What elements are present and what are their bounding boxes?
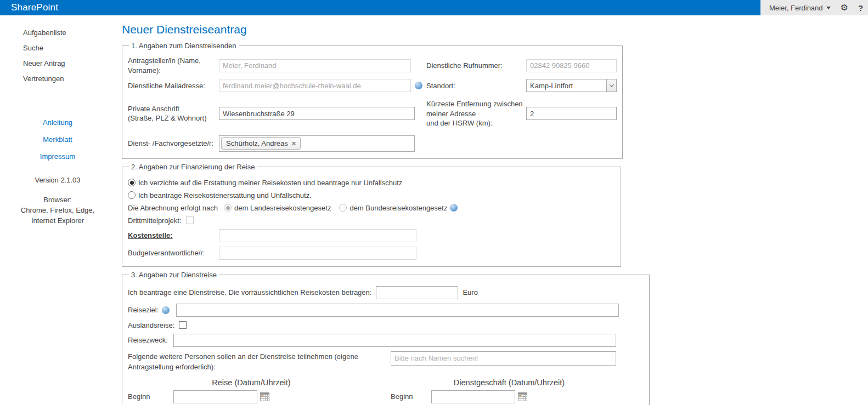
sidebar-links: Anleitung Merkblatt Impressum Version 2.… bbox=[0, 114, 115, 226]
costs-unit-label: Euro bbox=[463, 288, 477, 296]
abroad-label: Auslandsreise: bbox=[128, 321, 174, 329]
section2-legend: 2. Angaben zur Finanzierung der Reise bbox=[129, 163, 257, 171]
phone-label: Dienstliche Rufnummer: bbox=[426, 61, 526, 70]
travel-begin-input[interactable] bbox=[173, 390, 257, 403]
supervisor-label: Dienst- /Fachvorgesetzte/r: bbox=[128, 139, 219, 147]
business-begin-input[interactable] bbox=[431, 390, 515, 403]
sidebar-item-neuer-antrag[interactable]: Neuer Antrag bbox=[23, 56, 115, 71]
option-waive-label: Ich verzichte auf die Erstattung meiner … bbox=[138, 179, 402, 187]
address-label-line2: (Straße, PLZ & Wohnort) bbox=[128, 113, 219, 123]
row-purpose: Reisezweck: bbox=[128, 334, 644, 347]
persons-label-line1: Folgende weitere Personen sollen an der … bbox=[128, 351, 391, 362]
applicant-label-line1: Antragsteller/in (Name, bbox=[128, 56, 219, 66]
sidebar-item-suche[interactable]: Suche bbox=[23, 41, 115, 56]
destination-input[interactable] bbox=[176, 304, 619, 317]
costs-label: Ich beantrage eine Dienstreise. Die vorr… bbox=[128, 288, 371, 296]
row-costs: Ich beantrage eine Dienstreise. Die vorr… bbox=[128, 286, 644, 299]
row-option-waive: Ich verzichte auf die Erstattung meiner … bbox=[128, 179, 615, 187]
person-chip: Schürholz, Andreas × bbox=[221, 137, 301, 150]
applicant-input bbox=[219, 59, 411, 72]
budget-input bbox=[219, 247, 416, 260]
section1-legend: 1. Angaben zum Dienstreisenden bbox=[129, 42, 239, 50]
persons-label: Folgende weitere Personen sollen an der … bbox=[128, 351, 391, 373]
radio-waive-costs[interactable] bbox=[128, 179, 136, 186]
browser-line2: Internet Explorer bbox=[0, 216, 115, 226]
billing-state-label: dem Landesreisekostengesetz bbox=[234, 204, 331, 212]
row-applicant-phone: Antragsteller/in (Name, Vorname): Dienst… bbox=[128, 56, 617, 75]
supervisor-people-picker[interactable]: Schürholz, Andreas × bbox=[219, 135, 415, 152]
business-begin-label: Beginn bbox=[391, 392, 431, 401]
billing-federal-label: dem Bundesreisekostengesetz bbox=[350, 204, 447, 212]
row-option-claim: Ich beantrage Reisekostenerstattung und … bbox=[128, 191, 615, 199]
email-label: Dienstliche Mailadresse: bbox=[128, 82, 219, 90]
browser-label: Browser: bbox=[0, 195, 115, 206]
row-persons: Folgende weitere Personen sollen an der … bbox=[128, 351, 644, 373]
persons-search-input[interactable] bbox=[391, 351, 616, 366]
row-billing: Die Abrechnung erfolgt nach dem Landesre… bbox=[128, 204, 615, 212]
link-anleitung[interactable]: Anleitung bbox=[0, 114, 115, 131]
row-costcenter: Kostenstelle: bbox=[128, 229, 615, 242]
link-merkblatt[interactable]: Merkblatt bbox=[0, 131, 115, 148]
costs-input[interactable] bbox=[376, 286, 458, 299]
budget-label: Budgetverantwortliche/r: bbox=[128, 249, 219, 257]
location-label: Standort: bbox=[426, 82, 526, 90]
version-label: Version 2.1.03 bbox=[0, 176, 115, 184]
destination-label: Reiseziel: bbox=[128, 306, 159, 314]
phone-input bbox=[526, 59, 617, 72]
address-input[interactable] bbox=[219, 107, 415, 120]
person-chip-name: Schürholz, Andreas bbox=[226, 139, 288, 147]
section-dienstreisender: 1. Angaben zum Dienstreisenden Antragste… bbox=[122, 42, 623, 159]
section-finanzierung: 2. Angaben zur Finanzierung der Reise Ic… bbox=[122, 163, 621, 267]
row-budget: Budgetverantwortliche/r: bbox=[128, 247, 615, 260]
distance-input[interactable] bbox=[526, 107, 617, 120]
sidebar: Aufgabenliste Suche Neuer Antrag Vertret… bbox=[0, 15, 115, 405]
row-abroad: Auslandsreise: bbox=[128, 321, 644, 329]
radio-claim-costs[interactable] bbox=[128, 191, 136, 199]
option-claim-label: Ich beantrage Reisekostenerstattung und … bbox=[138, 191, 312, 199]
date-headers: Reise (Datum/Uhrzeit) Dienstgeschäft (Da… bbox=[128, 378, 644, 387]
thirdparty-checkbox bbox=[186, 216, 194, 224]
calendar-icon[interactable] bbox=[518, 392, 527, 401]
business-header: Dienstgeschäft (Datum/Uhrzeit) bbox=[375, 378, 644, 387]
chevron-down-icon bbox=[606, 79, 616, 92]
section-dienstreise: 3. Angaben zur Dienstreise Ich beantrage… bbox=[122, 271, 650, 405]
address-label-line1: Private Anschrift bbox=[128, 104, 219, 114]
travel-begin-label: Beginn bbox=[128, 392, 173, 401]
costcenter-input bbox=[219, 229, 416, 242]
standort-select[interactable]: Kamp-Lintfort bbox=[526, 79, 617, 92]
help-icon[interactable]: ? bbox=[858, 3, 863, 13]
applicant-label-line2: Vorname): bbox=[128, 66, 219, 76]
sharepoint-logo[interactable]: SharePoint bbox=[0, 0, 58, 15]
row-supervisor: Dienst- /Fachvorgesetzte/r: Schürholz, A… bbox=[128, 135, 617, 152]
gear-icon[interactable]: ⚙ bbox=[841, 3, 848, 12]
user-menu[interactable]: Meier, Ferdinand bbox=[769, 4, 831, 12]
page-title: Neuer Dienstreiseantrag bbox=[122, 23, 650, 36]
info-icon[interactable] bbox=[450, 204, 458, 212]
sidebar-item-aufgabenliste[interactable]: Aufgabenliste bbox=[23, 25, 115, 41]
close-icon[interactable]: × bbox=[292, 140, 296, 147]
info-icon[interactable] bbox=[162, 306, 170, 314]
email-input bbox=[219, 79, 411, 92]
link-impressum[interactable]: Impressum bbox=[0, 148, 115, 165]
purpose-input[interactable] bbox=[173, 334, 616, 347]
billing-label: Die Abrechnung erfolgt nach bbox=[128, 204, 218, 212]
distance-label-line3: und der HSRW (km): bbox=[426, 118, 526, 128]
sidebar-nav: Aufgabenliste Suche Neuer Antrag Vertret… bbox=[0, 25, 115, 87]
costcenter-label: Kostenstelle: bbox=[128, 231, 219, 239]
info-icon[interactable] bbox=[415, 82, 422, 89]
radio-landesreisekostengesetz bbox=[224, 204, 232, 212]
calendar-icon[interactable] bbox=[260, 392, 269, 401]
row-email-location: Dienstliche Mailadresse: Standort: Kamp-… bbox=[128, 79, 617, 92]
distance-label: Kürzeste Entfernung zwischen meiner Adre… bbox=[426, 99, 526, 128]
browser-info: Browser: Chrome, Firefox, Edge, Internet… bbox=[0, 195, 115, 226]
sidebar-item-vertretungen[interactable]: Vertretungen bbox=[23, 71, 115, 87]
standort-value: Kamp-Lintfort bbox=[527, 82, 606, 90]
abroad-checkbox[interactable] bbox=[179, 321, 187, 329]
topbar-right: Meier, Ferdinand ⚙ ? bbox=[760, 0, 868, 15]
row-thirdparty: Drittmittelprojekt: bbox=[128, 216, 615, 225]
persons-label-line2: Antragstellung erforderlich): bbox=[128, 362, 391, 373]
chevron-down-icon bbox=[826, 7, 831, 9]
address-label: Private Anschrift (Straße, PLZ & Wohnort… bbox=[128, 104, 219, 123]
purpose-label: Reisezweck: bbox=[128, 336, 173, 344]
row-address-distance: Private Anschrift (Straße, PLZ & Wohnort… bbox=[128, 99, 617, 128]
